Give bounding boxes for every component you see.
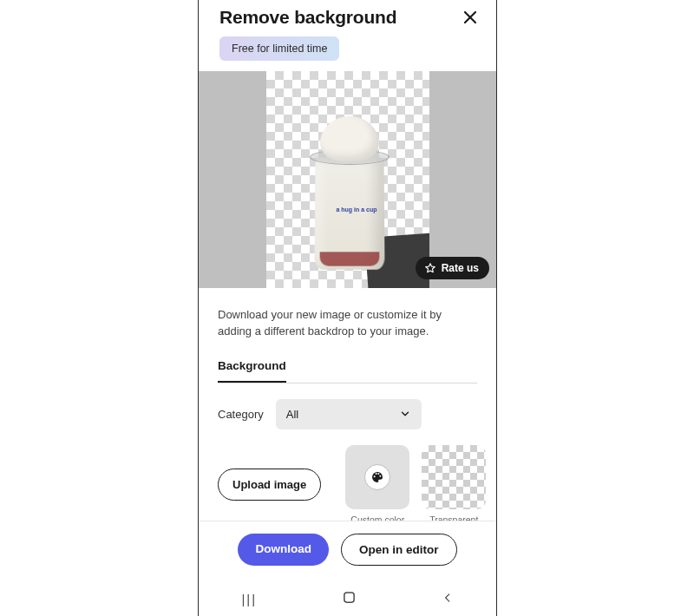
footer-actions: Download Open in editor bbox=[199, 521, 496, 578]
category-row: Category All bbox=[218, 399, 477, 429]
option-custom-color: Custom color bbox=[345, 445, 409, 525]
upload-image-button[interactable]: Upload image bbox=[218, 469, 321, 501]
palette-icon bbox=[370, 470, 384, 484]
description-text: Download your new image or customize it … bbox=[218, 307, 477, 340]
download-button[interactable]: Download bbox=[238, 534, 329, 566]
transparent-swatch[interactable] bbox=[422, 445, 486, 509]
background-gallery: Upload image Custom color Transparent bbox=[218, 445, 477, 525]
subject-cup: a hug in a cup bbox=[308, 132, 391, 288]
nav-back-button[interactable] bbox=[442, 592, 454, 606]
close-icon bbox=[462, 10, 478, 25]
custom-color-swatch[interactable] bbox=[345, 445, 409, 509]
category-select[interactable]: All bbox=[276, 399, 422, 429]
cup-body: a hug in a cup bbox=[314, 157, 384, 270]
chevron-down-icon bbox=[399, 408, 411, 420]
svg-rect-0 bbox=[344, 593, 354, 602]
body: Download your new image or customize it … bbox=[199, 288, 496, 525]
cup-print-text: a hug in a cup bbox=[326, 206, 385, 213]
tab-background[interactable]: Background bbox=[218, 359, 286, 383]
system-nav-bar: ||| bbox=[199, 581, 496, 616]
tabs: Background bbox=[218, 359, 477, 383]
square-outline-icon bbox=[343, 591, 356, 604]
nav-home-button[interactable] bbox=[343, 591, 356, 606]
open-in-editor-button[interactable]: Open in editor bbox=[341, 534, 457, 566]
category-selected-value: All bbox=[286, 408, 298, 421]
header: Remove background bbox=[199, 0, 496, 36]
whipped-cream bbox=[320, 116, 379, 161]
rate-us-button[interactable]: Rate us bbox=[416, 257, 489, 279]
nav-recents-button[interactable]: ||| bbox=[241, 592, 257, 606]
preview-area: a hug in a cup Rate us bbox=[199, 71, 496, 288]
rate-us-label: Rate us bbox=[442, 262, 479, 274]
option-transparent: Transparent bbox=[422, 445, 486, 525]
palette-circle bbox=[364, 464, 390, 490]
star-icon bbox=[424, 262, 436, 274]
chevron-left-icon bbox=[442, 592, 454, 604]
page-title: Remove background bbox=[219, 7, 396, 28]
promo-badge: Free for limited time bbox=[219, 36, 339, 61]
preview-canvas: a hug in a cup bbox=[266, 71, 429, 288]
category-label: Category bbox=[218, 408, 264, 421]
close-button[interactable] bbox=[460, 7, 481, 28]
app-panel: Remove background Free for limited time … bbox=[198, 0, 497, 616]
